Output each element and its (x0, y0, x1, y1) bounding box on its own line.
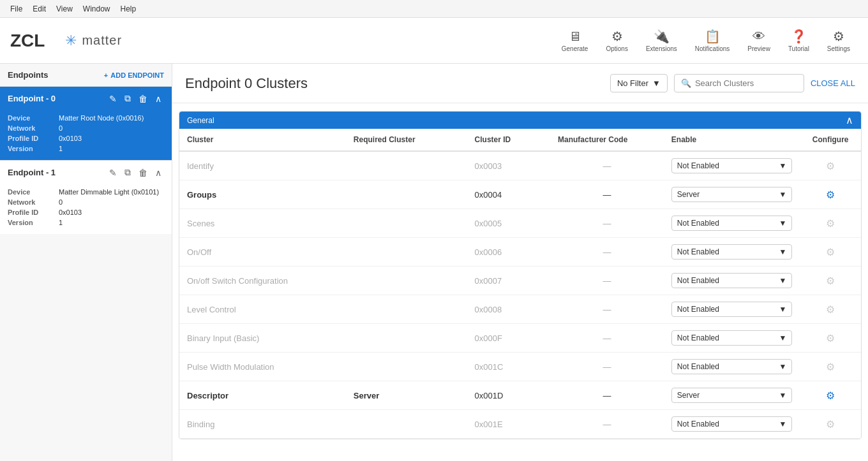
extensions-label: Extensions (646, 45, 677, 52)
filter-dropdown[interactable]: No Filter ▼ (610, 74, 668, 92)
collapse-icon[interactable]: ∧ (846, 114, 853, 126)
enable-dropdown-6[interactable]: Not Enabled ▼ (671, 330, 792, 346)
enable-dropdown-8[interactable]: Server ▼ (671, 388, 792, 403)
enable-value-3: Not Enabled (677, 247, 719, 256)
enable-chevron-icon: ▼ (779, 247, 786, 256)
notifications-icon: 📋 (705, 29, 721, 44)
menu-file[interactable]: File (5, 3, 27, 15)
enable-chevron-icon: ▼ (779, 190, 786, 199)
endpoint-0-edit-icon[interactable]: ✎ (107, 92, 119, 105)
cluster-id-cell: 0x0003 (467, 151, 550, 180)
endpoint-1-profileid-label: Profile ID (8, 209, 59, 216)
enable-dropdown-5[interactable]: Not Enabled ▼ (671, 302, 792, 317)
cluster-required-cell (346, 353, 467, 381)
settings-button[interactable]: ⚙ Settings (819, 25, 858, 56)
enable-chevron-icon: ▼ (779, 219, 786, 228)
cluster-name-cell: Level Control (179, 295, 346, 324)
configure-gear-icon-2: ⚙ (826, 218, 835, 229)
preview-button[interactable]: 👁 Preview (740, 26, 778, 56)
endpoint-1-network-row: Network 0 (8, 197, 164, 207)
enable-dropdown-1[interactable]: Server ▼ (671, 187, 792, 202)
endpoint-0-network-label: Network (8, 124, 59, 132)
enable-chevron-icon: ▼ (779, 420, 786, 428)
endpoint-header-0[interactable]: Endpoint - 0 ✎ ⧉ 🗑 ∧ (0, 87, 172, 110)
notifications-button[interactable]: 📋 Notifications (687, 25, 737, 56)
enable-value-8: Server (677, 391, 700, 400)
endpoint-0-actions: ✎ ⧉ 🗑 ∧ (107, 92, 164, 105)
logo-text: matter (82, 33, 122, 48)
cluster-required-cell (346, 238, 467, 267)
general-label: General (187, 116, 214, 125)
endpoint-1-network-value: 0 (59, 198, 63, 206)
content-area: Endpoints + ADD ENDPOINT Endpoint - 0 ✎ … (0, 64, 868, 461)
options-icon: ⚙ (611, 29, 623, 44)
cluster-area: General ∧ Cluster Required Cluster Clust… (172, 103, 868, 461)
cluster-name-cell: Binary Input (Basic) (179, 324, 346, 353)
cluster-name-cell: Scenes (179, 209, 346, 238)
menu-view[interactable]: View (51, 3, 78, 15)
endpoint-0-copy-icon[interactable]: ⧉ (122, 92, 133, 105)
endpoint-1-collapse-icon[interactable]: ∧ (153, 166, 164, 179)
configure-gear-icon-5: ⚙ (826, 304, 835, 315)
cluster-table: Cluster Required Cluster Cluster ID Manu… (179, 129, 861, 439)
cluster-mfr-cell: — (550, 209, 664, 238)
endpoint-1-version-value: 1 (59, 219, 63, 226)
tutorial-button[interactable]: ❓ Tutorial (781, 25, 817, 56)
settings-icon: ⚙ (833, 29, 844, 44)
cluster-required-cell (346, 209, 467, 238)
endpoint-1-delete-icon[interactable]: 🗑 (136, 166, 150, 179)
cluster-required-cell (346, 410, 467, 439)
add-icon: + (104, 71, 108, 79)
cluster-configure-cell: ⚙ (800, 353, 861, 381)
table-row: Level Control 0x0008 — Not Enabled ▼ ⚙ (179, 295, 861, 324)
cluster-required-cell (346, 295, 467, 324)
add-endpoint-button[interactable]: + ADD ENDPOINT (104, 71, 164, 79)
cluster-name-cell: Groups (179, 180, 346, 209)
cluster-id-cell: 0x001D (467, 381, 550, 410)
endpoint-1-device-value: Matter Dimmable Light (0x0101) (59, 188, 159, 196)
cluster-id-cell: 0x0008 (467, 295, 550, 324)
cluster-name-cell: Descriptor (179, 381, 346, 410)
toolbar-left: ZCL ✳ matter (10, 31, 122, 51)
tutorial-icon: ❓ (791, 29, 807, 44)
search-icon: 🔍 (681, 78, 691, 88)
generate-button[interactable]: 🖥 Generate (554, 26, 596, 56)
th-mfrcode: Manufacturer Code (550, 129, 664, 151)
cluster-id-cell: 0x001E (467, 410, 550, 439)
general-section-header: General ∧ (179, 112, 861, 129)
cluster-enable-cell: Not Enabled ▼ (664, 324, 800, 353)
endpoint-header-1[interactable]: Endpoint - 1 ✎ ⧉ 🗑 ∧ (0, 161, 172, 184)
endpoint-1-copy-icon[interactable]: ⧉ (122, 166, 133, 179)
cluster-required-cell: Server (346, 381, 467, 410)
configure-gear-icon-7: ⚙ (826, 362, 835, 372)
configure-gear-icon-1[interactable]: ⚙ (826, 189, 835, 200)
menu-edit[interactable]: Edit (27, 3, 51, 15)
endpoint-1-device-row: Device Matter Dimmable Light (0x0101) (8, 187, 164, 197)
cluster-mfr-cell: — (550, 295, 664, 324)
endpoint-card-1: Endpoint - 1 ✎ ⧉ 🗑 ∧ Device Matter Dimma… (0, 161, 172, 234)
app-title: ZCL (10, 31, 45, 51)
menu-window[interactable]: Window (78, 3, 116, 15)
cluster-mfr-cell: — (550, 151, 664, 180)
endpoint-1-edit-icon[interactable]: ✎ (107, 166, 119, 179)
cluster-name-cell: Binding (179, 410, 346, 439)
search-input[interactable] (695, 78, 797, 88)
enable-dropdown-4[interactable]: Not Enabled ▼ (671, 273, 792, 288)
endpoint-0-collapse-icon[interactable]: ∧ (153, 92, 164, 105)
enable-dropdown-2[interactable]: Not Enabled ▼ (671, 216, 792, 231)
endpoint-0-delete-icon[interactable]: 🗑 (136, 92, 150, 105)
extensions-icon: 🔌 (654, 29, 670, 44)
menu-help[interactable]: Help (116, 3, 142, 15)
enable-dropdown-9[interactable]: Not Enabled ▼ (671, 416, 792, 432)
sidebar: Endpoints + ADD ENDPOINT Endpoint - 0 ✎ … (0, 64, 172, 461)
enable-dropdown-7[interactable]: Not Enabled ▼ (671, 359, 792, 374)
configure-gear-icon-8[interactable]: ⚙ (826, 390, 835, 401)
cluster-required-cell (346, 324, 467, 353)
options-button[interactable]: ⚙ Options (598, 25, 635, 56)
enable-dropdown-3[interactable]: Not Enabled ▼ (671, 244, 792, 260)
close-all-button[interactable]: CLOSE ALL (811, 78, 855, 88)
enable-dropdown-0[interactable]: Not Enabled ▼ (671, 158, 792, 173)
tutorial-label: Tutorial (788, 45, 809, 52)
extensions-button[interactable]: 🔌 Extensions (638, 25, 685, 56)
endpoint-1-version-label: Version (8, 219, 59, 226)
